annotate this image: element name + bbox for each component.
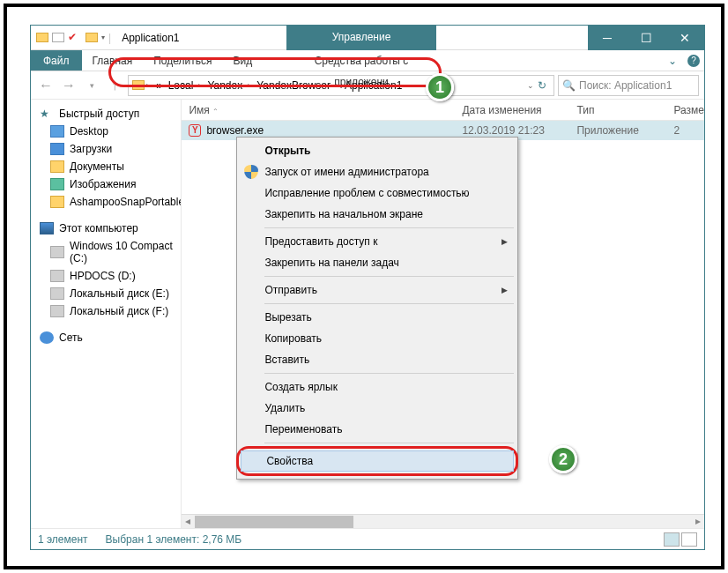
sidebar-item-drive-f[interactable]: Локальный диск (F:) bbox=[31, 302, 181, 320]
qat-check-icon[interactable]: ✔ bbox=[68, 31, 82, 45]
breadcrumb-sep[interactable]: ▸ bbox=[246, 81, 253, 89]
app-icon bbox=[36, 33, 48, 42]
ctx-copy[interactable]: Копировать bbox=[240, 328, 515, 349]
nav-back-button[interactable]: ← bbox=[36, 76, 56, 95]
sidebar-item-desktop[interactable]: Desktop bbox=[31, 123, 181, 140]
address-folder-icon bbox=[132, 80, 145, 90]
sidebar-item-label: Загрузки bbox=[70, 143, 112, 155]
scroll-left-icon[interactable]: ◂ bbox=[182, 515, 194, 528]
star-icon: ★ bbox=[40, 108, 54, 120]
scroll-right-icon[interactable]: ▸ bbox=[692, 515, 704, 528]
address-dropdown-icon[interactable]: ⌄ bbox=[527, 81, 534, 90]
nav-up-button[interactable]: ↑ bbox=[105, 76, 124, 95]
sidebar-item-documents[interactable]: Документы bbox=[31, 158, 181, 175]
sidebar-item-label: Локальный диск (F:) bbox=[70, 305, 168, 317]
sidebar-item-label: Документы bbox=[70, 160, 124, 173]
horizontal-scrollbar[interactable]: ◂ ▸ bbox=[182, 514, 704, 528]
col-date[interactable]: Дата изменения bbox=[462, 104, 576, 116]
ctx-delete[interactable]: Удалить bbox=[240, 398, 515, 419]
minimize-button[interactable]: ─ bbox=[588, 26, 627, 50]
scroll-thumb[interactable] bbox=[195, 516, 353, 528]
sidebar-item-label: AshampooSnapPortable bbox=[70, 196, 182, 208]
nav-recent-icon[interactable]: ▾ bbox=[82, 76, 101, 95]
context-menu: Открыть Запуск от имени администратора И… bbox=[236, 137, 518, 480]
sidebar-item-label: Windows 10 Compact (C:) bbox=[70, 240, 175, 264]
address-bar[interactable]: ▸ « Local ▸ Yandex ▸ YandexBrowser ▸ App… bbox=[128, 75, 554, 96]
ctx-separator bbox=[264, 276, 514, 277]
documents-icon bbox=[50, 160, 64, 173]
sidebar-item-pictures[interactable]: Изображения bbox=[31, 175, 181, 193]
ctx-open[interactable]: Открыть bbox=[240, 140, 515, 161]
qat-icon[interactable] bbox=[52, 33, 64, 42]
file-tab[interactable]: Файл bbox=[31, 50, 82, 71]
drive-icon bbox=[50, 287, 64, 300]
ctx-send-to[interactable]: Отправить▶ bbox=[240, 279, 515, 301]
ctx-rename[interactable]: Переименовать bbox=[240, 419, 515, 440]
sidebar-item-ashampoo[interactable]: AshampooSnapPortable bbox=[31, 193, 181, 211]
breadcrumb-prefix: « bbox=[152, 79, 165, 92]
sidebar-item-drive-c[interactable]: Windows 10 Compact (C:) bbox=[31, 237, 181, 267]
breadcrumb-sep[interactable]: ▸ bbox=[334, 81, 341, 89]
ctx-separator bbox=[264, 443, 514, 443]
ctx-shortcut[interactable]: Создать ярлык bbox=[240, 376, 515, 398]
ribbon-expand-icon[interactable]: ⌄ bbox=[662, 50, 683, 71]
details-view-icon[interactable] bbox=[664, 532, 680, 547]
breadcrumb-sep[interactable]: ▸ bbox=[197, 81, 204, 89]
refresh-icon[interactable]: ↻ bbox=[534, 79, 550, 92]
quick-access-group[interactable]: ★ Быстрый доступ bbox=[31, 105, 181, 123]
breadcrumb-item[interactable]: Application1 bbox=[341, 79, 405, 92]
ctx-properties[interactable]: Свойства bbox=[241, 450, 514, 472]
drive-icon bbox=[50, 270, 64, 282]
annotation-highlight-2: Свойства bbox=[236, 446, 518, 476]
close-button[interactable]: ✕ bbox=[665, 26, 704, 50]
yandex-exe-icon: Y bbox=[189, 124, 201, 137]
ctx-pin-taskbar[interactable]: Закрепить на панели задач bbox=[240, 252, 515, 273]
file-size: 2 bbox=[673, 124, 704, 137]
column-headers[interactable]: Имя ⌃ Дата изменения Тип Разме bbox=[182, 100, 704, 121]
sidebar-item-label: Desktop bbox=[70, 125, 108, 138]
sidebar-item-drive-e[interactable]: Локальный диск (E:) bbox=[31, 285, 181, 302]
breadcrumb-item[interactable]: Local bbox=[165, 79, 197, 92]
ctx-give-access[interactable]: Предоставить доступ к▶ bbox=[240, 231, 515, 252]
col-type[interactable]: Тип bbox=[576, 104, 673, 116]
search-placeholder: Поиск: Application1 bbox=[579, 79, 672, 92]
network-icon bbox=[40, 331, 54, 344]
search-input[interactable]: 🔍 Поиск: Application1 bbox=[558, 75, 699, 96]
file-date: 12.03.2019 21:23 bbox=[462, 124, 576, 137]
tab-home[interactable]: Главная bbox=[82, 50, 144, 71]
qat-dropdown-icon[interactable]: ▾ bbox=[101, 33, 105, 41]
breadcrumb-item[interactable]: Yandex bbox=[204, 79, 246, 92]
tab-share[interactable]: Поделиться bbox=[143, 50, 222, 71]
breadcrumb-sep: ▸ bbox=[145, 81, 152, 89]
help-button[interactable]: ? bbox=[683, 50, 704, 71]
nav-forward-button[interactable]: → bbox=[59, 76, 78, 95]
sidebar-item-drive-d[interactable]: HPDOCS (D:) bbox=[31, 267, 181, 285]
ctx-cut[interactable]: Вырезать bbox=[240, 307, 515, 328]
downloads-icon bbox=[50, 143, 64, 155]
shield-icon bbox=[244, 165, 258, 179]
col-name[interactable]: Имя ⌃ bbox=[189, 104, 462, 116]
qat-folder-icon[interactable] bbox=[85, 33, 98, 42]
this-pc-group[interactable]: Этот компьютер bbox=[31, 220, 181, 237]
ctx-separator bbox=[264, 227, 514, 228]
breadcrumb-item[interactable]: YandexBrowser bbox=[253, 79, 334, 92]
status-selected: Выбран 1 элемент: 2,76 МБ bbox=[106, 533, 242, 546]
status-count: 1 элемент bbox=[38, 533, 88, 546]
ctx-compat[interactable]: Исправление проблем с совместимостью bbox=[240, 182, 515, 204]
quick-access-label: Быстрый доступ bbox=[59, 108, 139, 120]
submenu-arrow-icon: ▶ bbox=[501, 237, 508, 246]
ctx-pin-start[interactable]: Закрепить на начальном экране bbox=[240, 204, 515, 225]
tab-view[interactable]: Вид bbox=[222, 50, 263, 71]
network-group[interactable]: Сеть bbox=[31, 329, 181, 346]
navigation-pane: ★ Быстрый доступ Desktop Загрузки Докуме… bbox=[31, 100, 182, 528]
ctx-paste[interactable]: Вставить bbox=[240, 349, 515, 370]
window-title: Application1 bbox=[116, 32, 179, 44]
submenu-arrow-icon: ▶ bbox=[501, 286, 508, 294]
search-icon: 🔍 bbox=[562, 79, 576, 92]
icons-view-icon[interactable] bbox=[681, 532, 697, 547]
ctx-run-as-admin[interactable]: Запуск от имени администратора bbox=[240, 161, 515, 182]
col-size[interactable]: Разме bbox=[673, 104, 704, 116]
sidebar-item-downloads[interactable]: Загрузки bbox=[31, 140, 181, 158]
contextual-tab-header: Управление bbox=[286, 25, 436, 50]
maximize-button[interactable]: ☐ bbox=[627, 26, 665, 50]
